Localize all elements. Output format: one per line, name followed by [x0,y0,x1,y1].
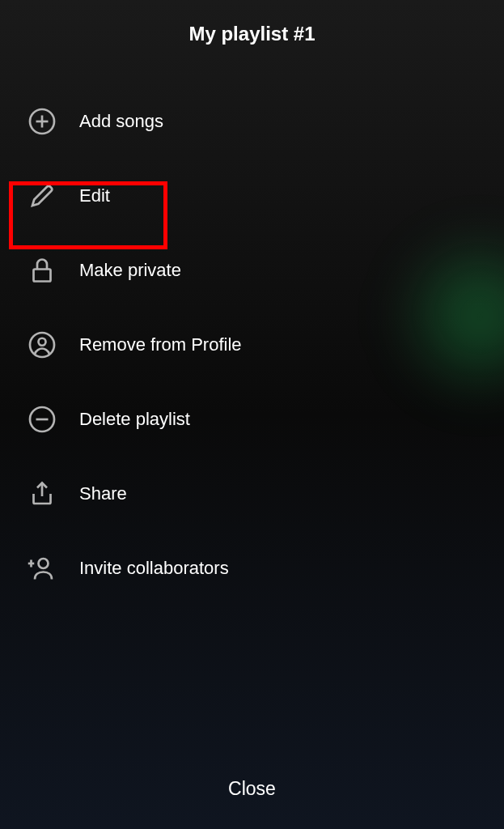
menu-item-label: Invite collaborators [79,558,229,579]
remove-from-profile-button[interactable]: Remove from Profile [0,308,504,382]
menu-item-label: Edit [79,185,110,206]
minus-circle-icon [28,405,57,434]
context-menu: Add songs Edit Make private Remove from … [0,84,504,606]
add-person-icon [28,554,57,583]
menu-item-label: Delete playlist [79,409,190,430]
page-title: My playlist #1 [0,0,504,84]
svg-point-8 [39,559,49,568]
menu-item-label: Make private [79,260,181,281]
edit-button[interactable]: Edit [0,159,504,233]
close-button[interactable]: Close [0,778,504,800]
add-songs-button[interactable]: Add songs [0,84,504,159]
menu-item-label: Share [79,483,127,504]
lock-icon [28,256,57,285]
profile-remove-icon [28,330,57,359]
share-button[interactable]: Share [0,457,504,531]
make-private-button[interactable]: Make private [0,233,504,308]
invite-collaborators-button[interactable]: Invite collaborators [0,531,504,606]
menu-item-label: Remove from Profile [79,334,242,355]
share-icon [28,479,57,508]
svg-point-5 [39,338,46,346]
plus-circle-icon [28,107,57,136]
svg-rect-3 [34,270,51,282]
menu-item-label: Add songs [79,111,163,132]
delete-playlist-button[interactable]: Delete playlist [0,382,504,457]
pencil-icon [28,181,57,210]
